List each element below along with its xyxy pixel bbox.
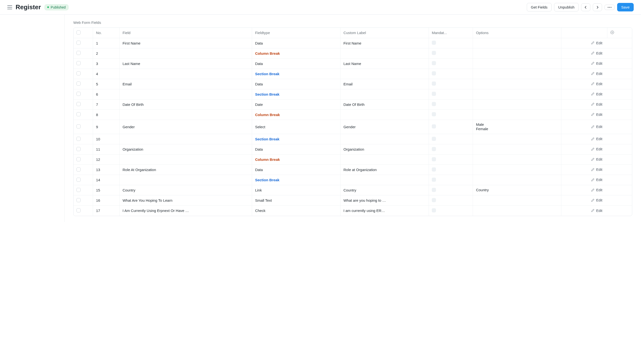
row-custom-label[interactable]: Last Name [341,58,429,68]
row-fieldtype[interactable]: Select [252,120,341,134]
row-checkbox[interactable] [77,51,81,55]
table-row[interactable]: 1First NameDataFirst NameEdit [74,38,632,48]
row-field[interactable]: Country [120,185,252,196]
row-options[interactable] [473,99,561,110]
row-custom-label[interactable]: Email [341,79,429,89]
mandatory-checkbox[interactable] [432,92,436,96]
row-custom-label[interactable]: First Name [341,38,429,48]
mandatory-checkbox[interactable] [432,71,436,76]
mandatory-checkbox[interactable] [432,188,436,192]
mandatory-checkbox[interactable] [432,208,436,212]
mandatory-checkbox[interactable] [432,198,436,202]
next-button[interactable] [593,4,602,11]
row-options[interactable] [473,110,561,120]
row-checkbox[interactable] [77,92,81,96]
save-button[interactable]: Save [617,3,634,12]
mandatory-checkbox[interactable] [432,102,436,106]
prev-button[interactable] [581,4,590,11]
edit-button[interactable]: Edit [591,61,602,66]
row-custom-label[interactable]: Role at Organization [341,165,429,175]
row-fieldtype[interactable]: Data [252,58,341,68]
row-options[interactable] [473,58,561,68]
row-options[interactable] [473,144,561,154]
table-row[interactable]: 14Section BreakEdit [74,175,632,185]
row-options[interactable] [473,134,561,144]
row-options[interactable] [473,38,561,48]
row-custom-label[interactable] [341,134,429,144]
row-checkbox[interactable] [77,178,81,182]
edit-button[interactable]: Edit [591,188,602,192]
table-row[interactable]: 17I Am Currently Using Erpnext Or Have …… [74,206,632,216]
row-options[interactable] [473,154,561,165]
row-custom-label[interactable] [341,175,429,185]
row-checkbox[interactable] [77,124,81,128]
row-fieldtype[interactable]: Link [252,185,341,196]
get-fields-button[interactable]: Get Fields [527,3,552,12]
row-custom-label[interactable]: Organization [341,144,429,154]
row-checkbox[interactable] [77,102,81,106]
table-row[interactable]: 15CountryLinkCountryCountryEdit [74,185,632,196]
row-options[interactable] [473,68,561,79]
row-fieldtype[interactable]: Column Break [252,154,341,165]
row-fieldtype[interactable]: Data [252,79,341,89]
row-options[interactable] [473,206,561,216]
row-custom-label[interactable]: Country [341,185,429,196]
row-checkbox[interactable] [77,198,81,202]
table-row[interactable]: 2Column BreakEdit [74,48,632,58]
row-checkbox[interactable] [77,208,81,212]
row-field[interactable]: Last Name [120,58,252,68]
row-field[interactable]: Organization [120,144,252,154]
table-row[interactable]: 10Section BreakEdit [74,134,632,144]
edit-button[interactable]: Edit [591,92,602,96]
row-field[interactable] [120,110,252,120]
more-button[interactable] [604,4,615,10]
row-field[interactable]: Gender [120,120,252,134]
row-options[interactable] [473,196,561,206]
row-fieldtype[interactable]: Data [252,38,341,48]
mandatory-checkbox[interactable] [432,157,436,161]
mandatory-checkbox[interactable] [432,51,436,55]
table-row[interactable]: 16What Are You Hoping To LearnSmall Text… [74,196,632,206]
row-options[interactable] [473,89,561,99]
row-fieldtype[interactable]: Column Break [252,110,341,120]
table-row[interactable]: 11OrganizationDataOrganizationEdit [74,144,632,154]
row-field[interactable] [120,89,252,99]
row-field[interactable] [120,175,252,185]
row-custom-label[interactable]: Gender [341,120,429,134]
row-fieldtype[interactable]: Section Break [252,89,341,99]
row-fieldtype[interactable]: Section Break [252,175,341,185]
row-options[interactable] [473,79,561,89]
edit-button[interactable]: Edit [591,157,602,161]
row-fieldtype[interactable]: Date [252,99,341,110]
row-field[interactable]: Date Of Birth [120,99,252,110]
row-custom-label[interactable]: Date Of Birth [341,99,429,110]
mandatory-checkbox[interactable] [432,112,436,116]
row-field[interactable]: Role At Organization [120,165,252,175]
row-options[interactable] [473,165,561,175]
unpublish-button[interactable]: Unpublish [554,3,579,12]
row-options[interactable] [473,175,561,185]
mandatory-checkbox[interactable] [432,82,436,86]
row-field[interactable] [120,154,252,165]
row-field[interactable]: Email [120,79,252,89]
row-fieldtype[interactable]: Section Break [252,134,341,144]
row-checkbox[interactable] [77,61,81,65]
row-options[interactable]: Male Female [473,120,561,134]
edit-button[interactable]: Edit [591,147,602,151]
table-row[interactable]: 8Column BreakEdit [74,110,632,120]
mandatory-checkbox[interactable] [432,147,436,151]
row-fieldtype[interactable]: Section Break [252,68,341,79]
row-custom-label[interactable]: I am currently using ER… [341,206,429,216]
edit-button[interactable]: Edit [591,198,602,202]
edit-button[interactable]: Edit [591,208,602,213]
row-checkbox[interactable] [77,188,81,192]
row-checkbox[interactable] [77,82,81,86]
row-custom-label[interactable] [341,110,429,120]
row-fieldtype[interactable]: Column Break [252,48,341,58]
row-field[interactable]: What Are You Hoping To Learn [120,196,252,206]
edit-button[interactable]: Edit [591,137,602,141]
table-row[interactable]: 12Column BreakEdit [74,154,632,165]
table-row[interactable]: 9GenderSelectGenderMale FemaleEdit [74,120,632,134]
row-checkbox[interactable] [77,71,81,76]
row-custom-label[interactable] [341,89,429,99]
